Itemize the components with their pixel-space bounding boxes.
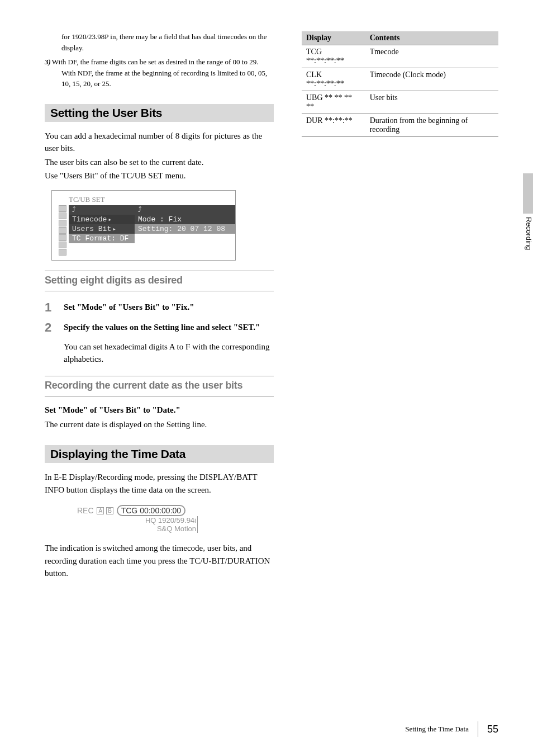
date-paragraph: The current date is displayed on the Set… — [45, 418, 274, 431]
page-footer: Setting the Time Data 55 — [405, 721, 498, 737]
subsection-eight-digits: Setting eight digits as desired — [45, 271, 274, 291]
cell-contents: Timecode (Clock mode) — [365, 68, 498, 91]
footer-divider — [478, 721, 478, 737]
th-contents: Contents — [365, 31, 498, 45]
section-setting-user-bits: Setting the User Bits — [45, 104, 274, 122]
menu-icon-4 — [59, 227, 66, 234]
rec-slot-b: B — [106, 507, 113, 514]
rec-slot-a: A — [97, 507, 104, 514]
cell-display: TCG **:**:**:** — [302, 45, 365, 68]
menu-icon-1 — [59, 205, 66, 212]
footer-section-title: Setting the Time Data — [405, 725, 469, 734]
step-1-number: 1 — [45, 300, 64, 315]
item3-label: 3) — [45, 58, 51, 66]
menu-row-back: ⤴ — [69, 205, 135, 215]
step-2-extra: You can set hexadecimal digits A to F wi… — [64, 341, 274, 366]
display-contents-table: Display Contents TCG **:**:**:** Tmecode… — [302, 31, 498, 137]
subsection-current-date: Recording the current date as the user b… — [45, 376, 274, 396]
ub-paragraph-1: You can add a hexadecimal number of 8 di… — [45, 130, 274, 155]
menu-title: TC/UB SET — [69, 195, 235, 204]
rec-sub-2: S&Q Motion — [77, 525, 198, 533]
menu-row-users-bit: Users Bit▸ — [69, 224, 135, 234]
cell-contents: User bits — [365, 91, 498, 114]
table-row: DUR **:**:** Duration from the beginning… — [302, 114, 498, 137]
dt-paragraph-1: In E-E Display/Recording mode, pressing … — [45, 471, 274, 496]
menu-row-tc-format: TC Format: DF — [69, 234, 135, 243]
side-tab-bar — [523, 173, 533, 214]
ub-paragraph-3: Use "Users Bit" of the TC/UB SET menu. — [45, 169, 274, 182]
menu-right-mode: Mode : Fix — [135, 215, 235, 224]
rec-display-illustration: REC AB TCG 00:00:00:00 HQ 1920/59.94i S&… — [77, 505, 200, 533]
footnote-item-3: 3)With DF, the frame digits can be set a… — [45, 56, 274, 89]
menu-right-back: ⤴ — [135, 205, 235, 215]
cell-display: CLK **:**:**:** — [302, 68, 365, 91]
tcub-menu-screenshot: TC/UB SET ⤴ Timec — [51, 190, 236, 261]
menu-sidebar-icons — [59, 205, 69, 256]
dt-paragraph-2: The indication is switched among the tim… — [45, 542, 274, 580]
step-2-number: 2 — [45, 320, 64, 335]
section-displaying-time-data: Displaying the Time Data — [45, 445, 274, 463]
item3-line1: With DF, the frame digits can be set as … — [52, 58, 259, 66]
footnote-dual-timecode: for 1920/23.98P in, there may be a field… — [61, 31, 274, 53]
cell-contents: Duration from the beginning of recording — [365, 114, 498, 137]
menu-right-setting: Setting: 20 07 12 08 — [135, 224, 235, 234]
footer-page-number: 55 — [487, 724, 498, 735]
table-row: UBG ** ** ** ** User bits — [302, 91, 498, 114]
rec-label: REC — [77, 506, 94, 515]
menu-icon-5 — [59, 234, 66, 241]
menu-row-timecode: Timecode▸ — [69, 215, 135, 224]
table-row: TCG **:**:**:** Tmecode — [302, 45, 498, 68]
date-bold-instruction: Set "Mode" of "Users Bit" to "Date." — [45, 405, 274, 415]
cell-contents: Tmecode — [365, 45, 498, 68]
table-row: CLK **:**:**:** Timecode (Clock mode) — [302, 68, 498, 91]
item3-line2: With NDF, the frame at the beginning of … — [61, 68, 274, 89]
side-tab-recording: Recording — [525, 217, 533, 250]
th-display: Display — [302, 31, 365, 45]
menu-icon-7 — [59, 249, 66, 256]
menu-icon-3 — [59, 220, 66, 226]
cell-display: DUR **:**:** — [302, 114, 365, 137]
step-2-text: Specify the values on the Setting line a… — [64, 323, 260, 335]
chevron-right-icon: ▸ — [108, 216, 112, 223]
rec-tcg-value: TCG 00:00:00:00 — [117, 505, 185, 516]
cell-display: UBG ** ** ** ** — [302, 91, 365, 114]
chevron-right-icon: ▸ — [112, 226, 116, 233]
ub-paragraph-2: The user bits can also be set to the cur… — [45, 156, 274, 169]
rec-sub-1: HQ 1920/59.94i — [77, 516, 198, 525]
menu-icon-2 — [59, 212, 66, 219]
menu-icon-6 — [59, 242, 66, 248]
step-1-text: Set "Mode" of "Users Bit" to "Fix." — [64, 303, 194, 315]
